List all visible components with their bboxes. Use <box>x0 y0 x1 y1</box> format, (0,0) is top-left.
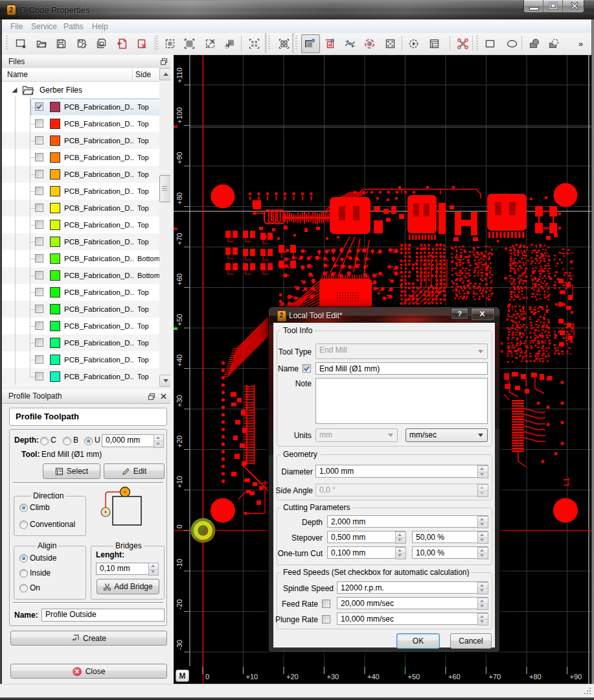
svg-text:-20: -20 <box>176 600 183 610</box>
svg-text:+40: +40 <box>367 673 380 681</box>
svg-text:+90: +90 <box>570 673 582 681</box>
svg-text:+80: +80 <box>176 192 183 205</box>
svg-text:+70: +70 <box>176 233 183 245</box>
svg-text:+10: +10 <box>246 673 258 681</box>
svg-text:+60: +60 <box>176 274 183 286</box>
svg-text:+50: +50 <box>408 673 420 681</box>
svg-text:+70: +70 <box>489 673 501 681</box>
svg-text:+100: +100 <box>176 108 183 124</box>
svg-text:L1: L1 <box>562 478 570 486</box>
svg-text:0: 0 <box>176 524 183 528</box>
svg-text:+20: +20 <box>286 673 299 681</box>
svg-text:+60: +60 <box>448 673 461 681</box>
svg-text:+90: +90 <box>176 152 183 164</box>
svg-text:-30: -30 <box>176 640 183 650</box>
svg-text:+10: +10 <box>176 476 183 488</box>
svg-text:0: 0 <box>205 673 209 681</box>
svg-text:+30: +30 <box>176 395 183 407</box>
svg-text:-10: -10 <box>176 559 183 569</box>
svg-text:+110: +110 <box>176 67 183 83</box>
svg-text:+80: +80 <box>529 673 542 681</box>
svg-text:+50: +50 <box>176 314 183 326</box>
svg-text:+30: +30 <box>327 673 339 681</box>
